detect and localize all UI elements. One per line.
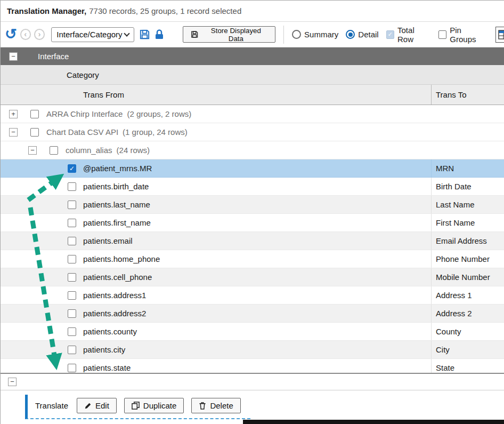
group-checkbox[interactable]: [30, 110, 39, 118]
chevron-down-icon: [124, 30, 130, 36]
table-row[interactable]: patients.cell_phoneMobile Number: [1, 268, 504, 286]
row-checkbox[interactable]: [68, 346, 76, 354]
row-checkbox-checked[interactable]: ✓: [68, 164, 76, 173]
trans-to-cell: Email Address: [431, 232, 504, 250]
row-checkbox[interactable]: [68, 219, 76, 227]
collapse-icon[interactable]: −: [28, 146, 37, 155]
trans-to-cell: Mobile Number: [431, 268, 504, 286]
trans-to-cell: First Name: [431, 214, 504, 231]
group-row[interactable]: − Chart Data CSV API (1 group, 24 rows): [1, 123, 504, 141]
duplicate-button-label: Duplicate: [143, 401, 177, 410]
row-checkbox[interactable]: [68, 201, 76, 209]
view-mode-select[interactable]: Interface/Category: [51, 27, 134, 42]
row-checkbox[interactable]: [68, 237, 76, 245]
column-header-trans-to[interactable]: Trans To: [431, 85, 504, 105]
duplicate-button[interactable]: Duplicate: [124, 398, 184, 413]
table-row[interactable]: patients.last_nameLast Name: [1, 196, 504, 214]
summary-radio[interactable]: Summary: [292, 30, 338, 39]
group-label: column_alias: [66, 146, 112, 155]
view-mode-value: Interface/Category: [56, 30, 122, 39]
forward-icon[interactable]: ›: [34, 29, 45, 40]
table-row[interactable]: patients.emailEmail Address: [1, 232, 504, 250]
trans-to-cell: Address 2: [431, 305, 504, 322]
record-summary: 7730 records, 25 groups, 1 record select…: [89, 6, 241, 15]
trans-from-cell: @patient_mrns.MR: [76, 164, 431, 173]
expand-icon[interactable]: +: [9, 110, 18, 118]
row-checkbox[interactable]: [68, 273, 76, 282]
translate-area: Translate Edit Duplicate: [1, 390, 504, 424]
trans-to-cell: County: [431, 323, 504, 340]
table-row[interactable]: patients.cityCity: [1, 341, 504, 359]
table-row[interactable]: patients.countyCounty: [1, 323, 504, 341]
row-checkbox[interactable]: [68, 255, 76, 263]
trans-to-cell: Birth Date: [431, 178, 504, 195]
store-displayed-data-button[interactable]: Store Displayed Data: [183, 26, 275, 43]
group-row[interactable]: + ARRA Chirp Interface (2 groups, 2 rows…: [1, 105, 504, 123]
group-meta: (2 groups, 2 rows): [127, 109, 191, 118]
trans-from-cell: patients.first_name: [76, 218, 431, 227]
trans-from-cell: patients.state: [76, 363, 431, 372]
table-row[interactable]: ✓@patient_mrns.MRMRN: [1, 159, 504, 178]
trash-icon: [199, 402, 206, 410]
translation-manager-window: Translation Manager, 7730 records, 25 gr…: [0, 0, 504, 424]
trans-to-cell: City: [431, 341, 504, 358]
trans-from-cell: patients.last_name: [76, 200, 431, 209]
pin-groups-checkbox[interactable]: Pin Groups: [438, 26, 488, 44]
table-icon: [498, 30, 504, 39]
column-header-row: Trans From Trans To: [1, 85, 504, 105]
checkbox-checked-icon: ✓: [386, 30, 394, 39]
undo-icon[interactable]: ↺: [5, 27, 17, 42]
grid-body: + ARRA Chirp Interface (2 groups, 2 rows…: [1, 105, 504, 373]
store-button-label: Store Displayed Data: [204, 27, 268, 43]
trans-to-cell: Address 1: [431, 286, 504, 304]
back-icon[interactable]: ‹: [20, 29, 31, 40]
row-checkbox[interactable]: [68, 309, 76, 318]
group-checkbox[interactable]: [30, 128, 39, 137]
edit-button[interactable]: Edit: [77, 398, 117, 413]
table-row[interactable]: patients.birth_dateBirth Date: [1, 178, 504, 196]
detail-radio[interactable]: Detail: [346, 30, 378, 39]
row-checkbox[interactable]: [68, 182, 76, 191]
trans-from-cell: patients.email: [76, 236, 431, 245]
trans-from-cell: patients.cell_phone: [76, 273, 431, 282]
interface-band-label: Interface: [38, 52, 69, 61]
category-band-header: Category: [1, 65, 504, 85]
column-header-trans-from[interactable]: Trans From: [1, 85, 431, 105]
row-checkbox[interactable]: [68, 364, 76, 372]
copy-icon: [132, 402, 140, 410]
footer-collapse-row: −: [1, 373, 504, 390]
collapse-icon[interactable]: −: [9, 52, 18, 61]
page-title: Translation Manager,: [7, 6, 86, 15]
row-checkbox[interactable]: [68, 291, 76, 300]
translate-panel: Translate Edit Duplicate: [25, 395, 250, 419]
lock-icon[interactable]: [155, 29, 164, 40]
toolbar: ↺ ‹ › Interface/Category: [1, 22, 504, 47]
table-row[interactable]: patients.address2Address 2: [1, 305, 504, 323]
summary-radio-label: Summary: [304, 30, 338, 39]
group-checkbox[interactable]: [50, 146, 58, 155]
toolbar-separator: [283, 26, 284, 44]
table-row[interactable]: patients.address1Address 1: [1, 286, 504, 305]
table-row[interactable]: patients.home_phonePhone Number: [1, 250, 504, 268]
table-row[interactable]: patients.first_nameFirst Name: [1, 214, 504, 232]
window-edge-strip: [243, 420, 504, 424]
table-view-button[interactable]: [495, 27, 504, 43]
trans-to-cell: State: [431, 359, 504, 373]
trans-from-cell: patients.birth_date: [76, 182, 431, 191]
trans-from-cell: patients.county: [76, 327, 431, 336]
save-icon[interactable]: [139, 28, 151, 41]
group-label: Chart Data CSV API: [46, 127, 118, 137]
table-row[interactable]: patients.stateState: [1, 359, 504, 373]
delete-button-label: Delete: [210, 401, 233, 410]
trans-from-cell: patients.address1: [76, 291, 431, 300]
title-bar: Translation Manager, 7730 records, 25 gr…: [1, 1, 504, 22]
total-row-checkbox[interactable]: ✓ Total Row: [386, 26, 431, 44]
group-row[interactable]: − column_alias (24 rows): [1, 141, 504, 159]
trans-to-cell: MRN: [431, 159, 504, 177]
row-checkbox[interactable]: [68, 327, 76, 336]
trans-from-cell: patients.city: [76, 345, 431, 354]
collapse-icon[interactable]: −: [9, 128, 18, 137]
toolbar-right: [495, 27, 504, 43]
collapse-icon[interactable]: −: [8, 378, 17, 386]
delete-button[interactable]: Delete: [191, 398, 240, 413]
